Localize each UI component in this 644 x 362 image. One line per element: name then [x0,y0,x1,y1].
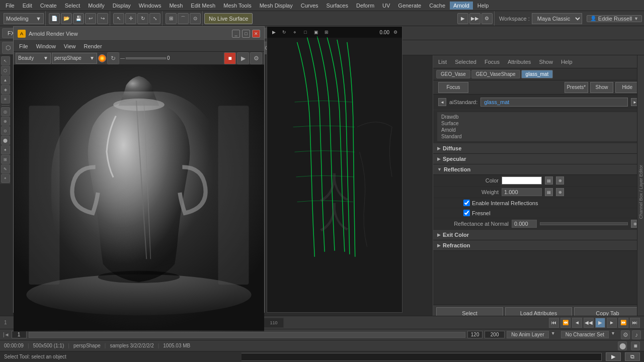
tab-help[interactable]: Help [559,58,575,66]
left-tool-0[interactable]: ↖ [1,56,10,65]
section-diffuse[interactable]: ▶ Diffuse [433,143,644,154]
open-btn[interactable]: 📂 [61,13,72,24]
key-icon[interactable]: ⋄ [290,28,299,37]
section-refraction[interactable]: ▶ Refraction [433,240,644,251]
render-mode-dropdown[interactable]: Beauty▼ [16,53,51,64]
left-tool-12[interactable]: ⌖ [1,174,10,183]
render-play-icon[interactable]: ▶ [237,52,249,64]
menu-file[interactable]: File [2,2,18,10]
section-reflection[interactable]: ▼ Reflection [433,164,644,175]
menu-select[interactable]: Select [61,2,84,10]
range-track[interactable] [29,332,466,338]
render-settings-icon2[interactable]: ⚙ [250,52,262,64]
left-tool-9[interactable]: ✦ [1,145,10,154]
record-icon[interactable]: ⬤ [618,341,627,350]
tab-list[interactable]: List [436,58,449,66]
goto-end-btn[interactable]: ⏭ [630,318,640,328]
presets-btn[interactable]: Presets* [565,82,588,93]
move-tool-btn[interactable]: ✛ [125,13,136,24]
tab-show[interactable]: Show [537,58,555,66]
node-expand-left[interactable]: ◄ [438,98,446,106]
workspace-select[interactable]: Maya Classic [532,13,582,24]
char-set-dropdown[interactable]: No Character Set [561,331,609,338]
refresh-icon[interactable]: ↻ [107,52,119,64]
menu-arnold[interactable]: Arnold [450,2,473,10]
tab-focus[interactable]: Focus [482,58,502,66]
reflectance-slider[interactable] [540,222,628,225]
menu-mesh-display[interactable]: Mesh Display [256,2,296,10]
fresnel-checkbox[interactable] [463,210,470,216]
render-settings-btn[interactable]: ⚙ [481,13,493,24]
maximize-btn[interactable]: □ [242,30,250,38]
play-icon-sm[interactable]: ▶ [269,28,278,37]
section-exit-color[interactable]: ▶ Exit Color [433,230,644,240]
left-tool-5[interactable]: ◎ [1,107,10,116]
anim-settings-icon[interactable]: ⚙ [621,330,630,339]
breadcrumb-geo-vase[interactable]: GEO_Vase [436,70,470,78]
show-btn[interactable]: Show [590,82,614,93]
ipr-btn[interactable]: ▶▶ [469,13,480,24]
menu-uv[interactable]: UV [379,2,393,10]
menu-generate[interactable]: Generate [394,2,425,10]
breadcrumb-geo-vaseshape[interactable]: GEO_VaseShape [471,70,520,78]
select-tool-btn[interactable]: ↖ [113,13,124,24]
menu-windows[interactable]: Windows [135,2,165,10]
menu-edit-mesh[interactable]: Edit Mesh [187,2,219,10]
play-fwd-btn[interactable]: ▶ [595,318,605,328]
range-end[interactable]: 120 [467,331,482,338]
color-link-btn[interactable]: ⊕ [556,176,564,185]
reflectance-value[interactable]: 0.000 [512,220,537,228]
cmd-play-btn[interactable]: ▶ [606,352,621,361]
snap-grid-btn[interactable]: ⊞ [166,13,177,24]
menu-help[interactable]: Help [474,2,493,10]
left-tool-2[interactable]: ▲ [1,75,10,84]
undo-btn[interactable]: ↩ [85,13,96,24]
left-tool-4[interactable]: ≡ [1,95,10,104]
breadcrumb-glass-mat[interactable]: glass_mat [521,70,553,78]
weight-link-btn[interactable]: ⊕ [556,188,564,196]
play-back-btn[interactable]: ◀◀ [584,318,594,328]
snap-curve-btn[interactable]: ⌒ [178,13,189,24]
color-picker-btn[interactable]: ▤ [545,176,553,185]
minimize-btn[interactable]: _ [232,30,240,38]
menu-deform[interactable]: Deform [353,2,378,10]
goto-start-btn[interactable]: ⏮ [549,318,559,328]
next-key-btn[interactable]: ⏩ [618,318,628,328]
persp-icon[interactable]: ⬡ [2,42,14,54]
current-time-field[interactable]: 200 [485,331,505,338]
new-btn[interactable]: 📄 [49,13,60,24]
cam2-icon[interactable]: ▣ [311,28,320,37]
frame-icon[interactable]: □ [301,28,310,37]
left-tool-6[interactable]: ⊕ [1,117,10,126]
no-live-surface-btn[interactable]: No Live Surface [204,13,253,24]
menu-mesh[interactable]: Mesh [166,2,186,10]
capture-icon[interactable]: ■ [631,341,640,350]
tab-selected[interactable]: Selected [453,58,478,66]
save-btn[interactable]: 💾 [73,13,84,24]
section-specular[interactable]: ▶ Specular [433,154,644,164]
anim-layer-dropdown[interactable]: No Anim Layer [507,331,549,338]
render-camera-dropdown[interactable]: perspShape▼ [52,53,97,64]
render-menu-render[interactable]: Render [80,42,106,50]
menu-mesh-tools[interactable]: Mesh Tools [220,2,255,10]
cmd-script-btn[interactable]: ⧉ [625,352,640,361]
enable-internal-checkbox[interactable] [463,200,470,206]
prev-frame-btn[interactable]: ◄ [572,318,582,328]
render-btn[interactable]: ▶ [457,13,468,24]
menu-modify[interactable]: Modify [85,2,108,10]
tab-attributes[interactable]: Attributes [506,58,533,66]
menu-display[interactable]: Display [109,2,134,10]
scale-tool-btn[interactable]: ⤡ [149,13,160,24]
menu-cache[interactable]: Cache [426,2,449,10]
left-tool-7[interactable]: ⊙ [1,126,10,135]
weight-picker-btn[interactable]: ▤ [545,188,553,196]
menu-curves[interactable]: Curves [297,2,322,10]
render-stop-icon[interactable]: ■ [224,52,236,64]
snap-point-btn[interactable]: ⊙ [190,13,201,24]
render-menu-view[interactable]: View [60,42,79,50]
node-name-field[interactable]: glass_mat [480,98,628,107]
menu-create[interactable]: Create [37,2,60,10]
left-tool-10[interactable]: ⊞ [1,155,10,164]
render-menu-window[interactable]: Window [33,42,59,50]
anim-audio-icon[interactable]: ♪ [632,330,641,339]
